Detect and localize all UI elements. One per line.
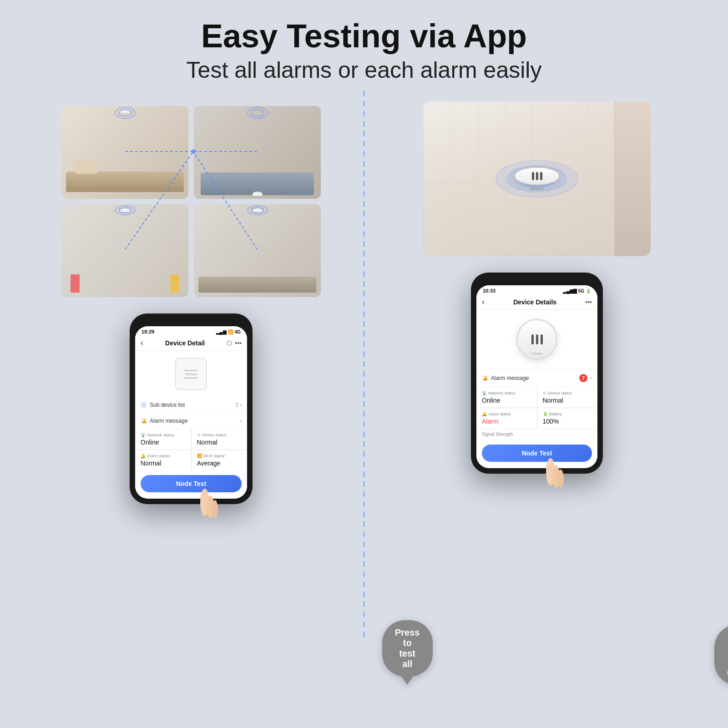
back-arrow-left[interactable]: ‹: [141, 338, 143, 348]
stat-device-left: ⊙Device status Normal: [192, 429, 248, 450]
left-phone-screen: 19:29 ▂▄▆ 📶 4G ‹ Device Detail ⬡: [135, 326, 247, 499]
detector-bars-right: [531, 334, 543, 344]
notch-right: [519, 278, 555, 283]
left-phone-mockup: 19:29 ▂▄▆ 📶 4G ‹ Device Detail ⬡: [130, 313, 253, 504]
right-list-item-alarm[interactable]: 🔔 Alarm message 7 ›: [476, 369, 597, 387]
stat-network-left: 📡Network status Online: [135, 429, 191, 450]
header-section: Easy Testing via App Test all alarms or …: [0, 0, 728, 88]
left-device-image: HEIMAN: [135, 351, 247, 397]
left-header-icons: ⬡ •••: [227, 339, 242, 347]
list-icon-sub: ⬡: [141, 402, 147, 408]
device-square-left: HEIMAN: [175, 358, 207, 390]
right-status-bar: 10:33 ▂▄▆▇ 5G 🔋: [476, 285, 597, 294]
right-button-area: Node Test: [476, 440, 597, 468]
right-status-icons: ▂▄▆▇ 5G 🔋: [563, 288, 591, 293]
room-grid: [61, 106, 321, 297]
finger-tap-right: [541, 458, 569, 496]
ceiling-photo: HEIMAN: [423, 101, 651, 256]
stat-device-right: ⊙Device status Normal: [537, 387, 598, 408]
signal-living: [111, 106, 139, 120]
right-device-image: HEIMAN: [476, 310, 597, 369]
left-screen-title: Device Detail: [165, 339, 205, 347]
list-icon-alarm: 🔔: [141, 418, 147, 424]
svg-point-2: [248, 107, 268, 118]
divider-line: [364, 91, 364, 637]
notch-left: [173, 319, 209, 324]
speech-bubble-right: Press to test single detector: [714, 625, 728, 685]
svg-point-15: [212, 500, 218, 518]
left-time: 19:29: [142, 329, 154, 334]
stat-alarm-left: 🔔Alarm status Normal: [135, 450, 191, 470]
device-line-2: [184, 378, 198, 379]
detector-circle-right: HEIMAN: [516, 319, 557, 360]
detector-body-large: [514, 167, 560, 185]
stat-alarm-right: 🔔Alarm status Alarm: [476, 408, 537, 429]
back-arrow-right[interactable]: ‹: [482, 297, 485, 307]
speech-bubble-left: Press to test all: [382, 620, 433, 677]
svg-point-5: [119, 207, 131, 213]
wall-right: [614, 101, 651, 256]
left-side: 19:29 ▂▄▆ 📶 4G ‹ Device Detail ⬡: [27, 101, 355, 711]
detector-dots: [532, 172, 542, 180]
room-card-kids: [61, 204, 188, 297]
right-phone-screen: 10:33 ▂▄▆▇ 5G 🔋 ‹ Device Details •••: [476, 285, 597, 468]
list-item-sub-device[interactable]: ⬡ Sub device list 3 ›: [135, 397, 247, 413]
dot-3: [540, 172, 542, 180]
right-phone-mockup: 10:33 ▂▄▆▇ 5G 🔋 ‹ Device Details •••: [471, 273, 603, 474]
right-stats-grid: 📡Network status Online ⊙Device status No…: [476, 387, 597, 429]
desk-shape: [198, 277, 316, 293]
signal-office: [244, 204, 271, 216]
ceiling-detector-large: HEIMAN: [514, 167, 560, 191]
left-phone-container: 19:29 ▂▄▆ 📶 4G ‹ Device Detail ⬡: [130, 304, 253, 504]
sofa-shape: [66, 172, 184, 192]
right-side: HEIMAN 10:33 ▂▄▆▇ 5G 🔋: [373, 101, 701, 711]
svg-point-1: [119, 110, 131, 116]
room-card-living: [61, 106, 188, 199]
room-card-office: [194, 204, 321, 297]
balloon-yellow: [170, 274, 179, 293]
signal-kids: [111, 204, 139, 216]
stat-network-right: 📡Network status Online: [476, 387, 537, 408]
signal-strength-label: Signal Strength: [482, 432, 513, 437]
dot-2: [536, 172, 538, 180]
main-title: Easy Testing via App: [0, 18, 728, 54]
finger-tap-left: [196, 489, 223, 527]
left-status-bar: 19:29 ▂▄▆ 📶 4G: [135, 326, 247, 335]
detector-sub-text: HEIMAN: [531, 352, 542, 355]
node-test-btn-right[interactable]: Node Test: [482, 445, 592, 462]
device-line-1: [184, 370, 198, 371]
right-phone-header: ‹ Device Details •••: [476, 294, 597, 310]
right-header-icons: •••: [585, 298, 592, 306]
room-card-bedroom: [194, 106, 321, 199]
right-phone-container: 10:33 ▂▄▆▇ 5G 🔋 ‹ Device Details •••: [471, 263, 603, 474]
left-button-area: Node Test: [135, 470, 247, 499]
node-test-btn-left[interactable]: Node Test: [141, 475, 242, 492]
dot-1: [532, 172, 534, 180]
svg-point-0: [115, 107, 135, 118]
list-item-alarm[interactable]: 🔔 Alarm message ›: [135, 413, 247, 429]
detector-bedroom: [253, 192, 263, 196]
svg-point-7: [251, 207, 264, 213]
right-time: 10:33: [483, 288, 495, 293]
stat-battery-right: 🔋Battery 100%: [537, 408, 598, 429]
device-brand: HEIMAN: [185, 373, 197, 376]
right-list-icon-alarm: 🔔: [482, 375, 488, 381]
left-status-icons: ▂▄▆ 📶 4G: [216, 329, 241, 334]
signal-bedroom: [244, 106, 271, 120]
detector-brand: HEIMAN: [514, 187, 560, 191]
right-signal-strength-row: Signal Strength: [476, 429, 597, 440]
right-screen-title: Device Details: [513, 298, 556, 306]
stat-wifi-left: 📶Wi-Fi signal Average: [192, 450, 248, 470]
sub-title: Test all alarms or each alarm easily: [0, 57, 728, 83]
left-stats-grid: 📡Network status Online ⊙Device status No…: [135, 429, 247, 470]
balloon-red: [71, 274, 80, 293]
svg-point-21: [557, 470, 564, 488]
left-phone-header: ‹ Device Detail ⬡ •••: [135, 335, 247, 351]
table-shape: [75, 160, 98, 174]
svg-point-3: [251, 110, 264, 116]
alarm-badge: 7: [579, 374, 587, 382]
